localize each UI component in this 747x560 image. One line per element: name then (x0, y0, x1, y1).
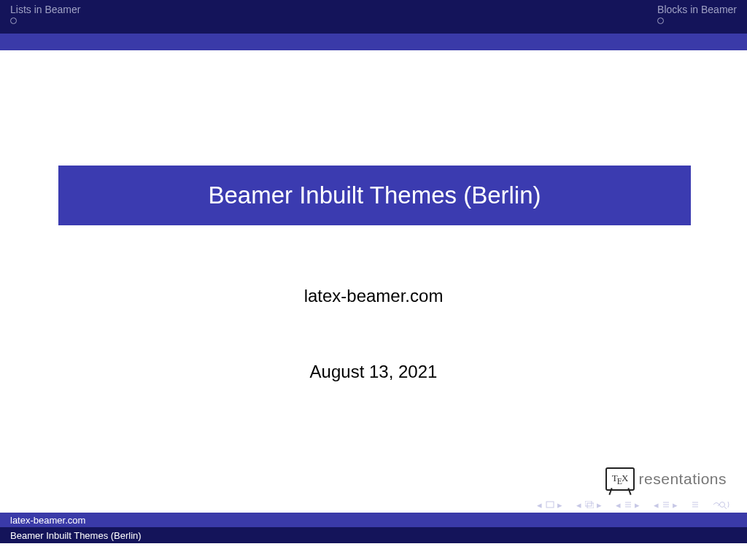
svg-point-12 (720, 502, 725, 508)
logo-board-icon: TEX (605, 467, 635, 491)
bottom-margin (0, 543, 747, 560)
nav-next-subsection-icon[interactable]: ▸ (635, 499, 640, 510)
logo-text: resentations (639, 470, 727, 488)
footer-title-line: Beamer Inbuilt Themes (Berlin) (0, 527, 747, 543)
headline-left-section[interactable]: Lists in Beamer (10, 0, 80, 24)
nav-slide-group[interactable]: ◂ ▸ (537, 499, 563, 510)
headline-right-section[interactable]: Blocks in Beamer (657, 0, 737, 24)
footer-author-text: latex-beamer.com (10, 515, 85, 526)
section-link-blocks[interactable]: Blocks in Beamer (657, 4, 737, 15)
presentation-title: Beamer Inbuilt Themes (Berlin) (58, 166, 691, 225)
nav-next-frame-icon[interactable]: ▸ (597, 499, 603, 510)
svg-line-13 (724, 507, 727, 509)
nav-frame-icon[interactable] (585, 501, 594, 508)
logo-easel-icon: TEX (605, 467, 635, 491)
footer-author-line: latex-beamer.com (0, 513, 747, 527)
nav-subsection-icon[interactable] (624, 501, 632, 508)
subsection-bar (0, 34, 747, 50)
section-headline: Lists in Beamer Blocks in Beamer (0, 0, 747, 34)
progress-dots-left (10, 18, 80, 24)
nav-section-icon[interactable] (662, 501, 670, 508)
footer-title-text: Beamer Inbuilt Themes (Berlin) (10, 530, 142, 541)
presentation-date: August 13, 2021 (0, 362, 747, 382)
nav-next-slide-icon[interactable]: ▸ (557, 499, 563, 510)
nav-subsection-group[interactable]: ◂ ▸ (616, 499, 640, 510)
slide-dot[interactable] (10, 18, 17, 24)
logo-tex-text: TEX (612, 472, 627, 486)
nav-prev-subsection-icon[interactable]: ◂ (616, 499, 622, 510)
nav-section-group[interactable]: ◂ ▸ (654, 499, 678, 510)
nav-doc-icon[interactable] (692, 501, 699, 508)
nav-prev-slide-icon[interactable]: ◂ (537, 499, 543, 510)
slide-body: Beamer Inbuilt Themes (Berlin) latex-bea… (0, 50, 747, 497)
section-link-lists[interactable]: Lists in Beamer (10, 4, 80, 15)
nav-back-forward-icon[interactable] (712, 500, 729, 509)
nav-backforward-group[interactable] (712, 500, 729, 509)
slide-dot[interactable] (657, 18, 664, 24)
presentation-author: latex-beamer.com (0, 286, 747, 306)
navigation-symbols: ◂ ▸ ◂ ▸ ◂ ▸ ◂ ▸ (0, 497, 747, 513)
nav-frame-group[interactable]: ◂ ▸ (576, 499, 603, 510)
nav-slide-icon[interactable] (546, 501, 554, 508)
nav-prev-section-icon[interactable]: ◂ (654, 499, 659, 510)
progress-dots-right (657, 18, 737, 24)
nav-next-section-icon[interactable]: ▸ (673, 499, 678, 510)
nav-prev-frame-icon[interactable]: ◂ (576, 499, 582, 510)
logo: TEX resentations (605, 467, 727, 491)
svg-rect-0 (546, 502, 554, 508)
